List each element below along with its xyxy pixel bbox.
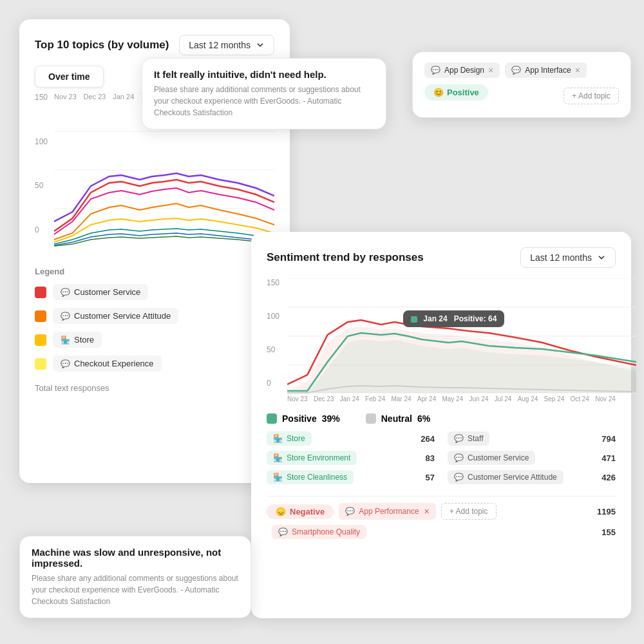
topics-y-labels: 150 100 50 0 (35, 93, 48, 234)
divider-negative (267, 496, 616, 497)
sentiment-chart-area: 150 100 50 0 (267, 278, 616, 407)
negative-section: 😞 Negative 💬 App Performance × + Add top… (267, 503, 616, 543)
sent-item-smartphone: 💬 Smartphone Quality 155 (267, 525, 616, 543)
tooltip-card-top: It felt really intuitive, didn't need he… (142, 58, 386, 129)
positive-col: 🏪 Store 264 🏪 Store Environment 83 🏪 (267, 431, 435, 489)
sentiment-x-labels: Nov 23 Dec 23 Jan 24 Feb 24 Mar 24 Apr 2… (267, 395, 616, 402)
feedback-tags: 💬 App Design × 💬 App Interface × (424, 62, 619, 78)
tag-icon: 💬 (61, 288, 70, 297)
chip-icon: 💬 (345, 507, 355, 516)
remove-app-interface-button[interactable]: × (575, 65, 580, 75)
remove-app-design-button[interactable]: × (488, 65, 493, 75)
tag-staff[interactable]: 💬 Staff (448, 431, 489, 446)
tag-smartphone[interactable]: 💬 Smartphone Quality (272, 525, 366, 539)
sent-item-store-clean: 🏪 Store Cleanliness 57 (267, 470, 435, 484)
remove-app-performance-button[interactable]: × (424, 506, 430, 516)
legend-item-customer-service: 💬 Customer Service (35, 284, 274, 300)
negative-header: 😞 Negative 💬 App Performance × + Add top… (267, 503, 616, 520)
tooltip-sub: Please share any additional comments or … (154, 84, 374, 118)
fb-tag-app-interface: 💬 App Interface × (505, 62, 587, 78)
legend-item-attitude: 💬 Customer Service Attitude (35, 308, 274, 324)
sentiment-title: Sentiment trend by responses (267, 251, 424, 264)
feedback-bottom-sub: Please share any additional comments or … (32, 573, 239, 607)
legend-dot-attitude (35, 310, 46, 322)
chart-tooltip: Jan 24 Positive: 64 (403, 310, 504, 327)
sentiment-row-header: Positive 39% Neutral 6% (267, 413, 616, 424)
tag-icon-app-interface: 💬 (511, 66, 521, 75)
feedback-bottom-card: Machine was slow and unresponsive, not i… (19, 536, 251, 618)
cust-service-icon: 💬 (454, 453, 464, 462)
store-clean-icon: 🏪 (273, 473, 283, 482)
neutral-label: Neutral 6% (366, 413, 430, 424)
store-icon: 🏪 (273, 434, 283, 443)
neg-chips-area: 💬 App Performance × + Add topic (339, 503, 592, 520)
legend-dot-checkout (35, 358, 46, 370)
tag-icon-3: 🏪 (61, 336, 70, 345)
store-env-icon: 🏪 (273, 453, 283, 462)
tooltip-date: Jan 24 (423, 314, 447, 323)
staff-icon: 💬 (454, 434, 464, 443)
fb-tag-app-design: 💬 App Design × (424, 62, 500, 78)
topics-card-header: Top 10 topics (by volume) Last 12 months (35, 35, 274, 55)
negative-icon: 😞 (276, 507, 286, 516)
tag-icon-4: 💬 (61, 359, 70, 368)
chevron-down-icon (256, 41, 265, 50)
tag-store[interactable]: 🏪 Store (267, 431, 312, 446)
neutral-col: 💬 Staff 794 💬 Customer Service 471 💬 (448, 431, 616, 489)
positive-data-row: 🏪 Store 264 🏪 Store Environment 83 🏪 (267, 431, 616, 489)
topics-dropdown[interactable]: Last 12 months (179, 35, 274, 55)
legend-tag-attitude[interactable]: 💬 Customer Service Attitude (53, 308, 178, 324)
legend-dot-customer-service (35, 287, 46, 298)
legend-item-store: 🏪 Store (35, 332, 274, 348)
tag-store-env[interactable]: 🏪 Store Environment (267, 451, 357, 465)
legend-dot-store (35, 334, 46, 346)
tag-icon-2: 💬 (61, 312, 70, 321)
legend-section: Legend 💬 Customer Service 💬 Customer Ser… (35, 267, 274, 372)
sent-item-store-env: 🏪 Store Environment 83 (267, 451, 435, 465)
legend-item-checkout: 💬 Checkout Experience (35, 355, 274, 372)
tag-cust-service[interactable]: 💬 Customer Service (448, 451, 535, 465)
sentiment-positive-badge: 😊 Positive (424, 84, 488, 100)
sentiment-card: Sentiment trend by responses Last 12 mon… (251, 232, 631, 618)
tooltip-positive: Positive: 64 (454, 314, 497, 323)
tab-over-time[interactable]: Over time (35, 66, 104, 88)
feedback-bottom-main: Machine was slow and unresponsive, not i… (32, 547, 239, 569)
sentiment-y-labels: 150 100 50 0 (267, 278, 279, 388)
tooltip-main: It felt really intuitive, didn't need he… (154, 69, 374, 80)
positive-icon: 😊 (433, 88, 444, 97)
negative-chips-row: 💬 App Performance × + Add topic (339, 503, 592, 520)
tag-cust-attitude[interactable]: 💬 Customer Service Attitude (448, 470, 564, 484)
tag-icon-app-design: 💬 (431, 66, 440, 75)
sentiment-breakdown: Positive 39% Neutral 6% 🏪 Store 264 (267, 413, 616, 543)
smartphone-icon: 💬 (278, 527, 288, 536)
sent-item-staff: 💬 Staff 794 (448, 431, 616, 446)
sent-item-cust-service: 💬 Customer Service 471 (448, 451, 616, 465)
sentiment-dropdown[interactable]: Last 12 months (520, 247, 616, 268)
total-text: Total text responses (35, 383, 274, 393)
positive-dot (267, 413, 277, 424)
add-topic-button-top[interactable]: + Add topic (564, 88, 619, 104)
add-topic-button-negative[interactable]: + Add topic (441, 503, 497, 520)
negative-badge: 😞 Negative (267, 504, 334, 519)
sent-item-store: 🏪 Store 264 (267, 431, 435, 446)
positive-label: Positive 39% (267, 413, 340, 424)
topics-title: Top 10 topics (by volume) (35, 39, 169, 52)
sentiment-header: Sentiment trend by responses Last 12 mon… (267, 247, 616, 268)
sentiment-chart-svg: Jan 24 Positive: 64 (287, 278, 636, 394)
legend-tag-checkout[interactable]: 💬 Checkout Experience (53, 355, 162, 372)
chip-app-performance: 💬 App Performance × (339, 503, 436, 520)
tag-store-clean[interactable]: 🏪 Store Cleanliness (267, 470, 354, 484)
chevron-down-icon-sentiment (597, 253, 606, 262)
neutral-dot (366, 413, 376, 424)
feedback-top-card: 💬 App Design × 💬 App Interface × 😊 Posit… (412, 52, 631, 118)
cust-attitude-icon: 💬 (454, 473, 464, 482)
legend-tag-store[interactable]: 🏪 Store (53, 332, 102, 348)
sent-item-cust-attitude: 💬 Customer Service Attitude 426 (448, 470, 616, 484)
legend-tag-customer-service[interactable]: 💬 Customer Service (53, 284, 148, 300)
